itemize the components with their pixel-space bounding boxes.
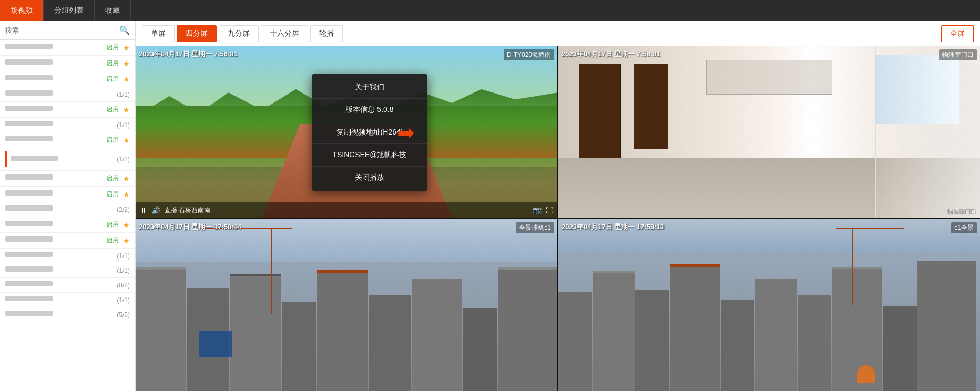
video-grid: 2023年04月17日 星期一 7:56:81 D-TY020海桥南 关于我们版… [136, 46, 980, 391]
sidebar-item-count-14: (1/1) [117, 267, 130, 274]
sidebar-item-count-5: (1/1) [117, 121, 130, 129]
sidebar-item-9[interactable]: ██████启用★ [0, 187, 135, 202]
sidebar-item-star-0[interactable]: ★ [123, 44, 130, 52]
sidebar-item-11[interactable]: ██████启用★ [0, 217, 135, 233]
blurred-name: █ ████ [5, 121, 53, 126]
sidebar-item-status-4: 启用 [106, 105, 119, 114]
carousel-button[interactable]: 轮播 [310, 25, 343, 42]
sidebar-item-13[interactable]: █ ████(1/1) [0, 249, 135, 263]
video-cell-4[interactable]: 2023年04月17日 星期一 17:58:13 c1全景 [558, 219, 980, 391]
sidebar-item-star-9[interactable]: ★ [123, 190, 130, 199]
sidebar-item-star-11[interactable]: ★ [123, 221, 130, 229]
sidebar-item-name-10: █ ████ [5, 205, 117, 213]
search-bar: 🔍 [0, 21, 135, 40]
blurred-name: █ ████ [11, 156, 58, 161]
sidebar-item-name-4: ██████ [5, 106, 106, 114]
sidebar-item-star-2[interactable]: ★ [123, 75, 130, 84]
sidebar-list: ██████启用★██████启用★██████启用★█ ████(1/1)██… [0, 40, 135, 391]
sidebar-item-2[interactable]: ██████启用★ [0, 71, 135, 87]
sidebar: 🔍 ██████启用★██████启用★██████启用★█ ████(1/1)… [0, 21, 136, 391]
sidebar-item-status-11: 启用 [106, 220, 119, 229]
tab-group[interactable]: 分组列表 [44, 0, 95, 21]
sidebar-item-0[interactable]: ██████启用★ [0, 40, 135, 56]
video-controls-1[interactable]: ⏸ 🔊 直播 石桥西南南 📷 ⛶ [136, 202, 557, 218]
blurred-name: ██████ [5, 44, 53, 49]
sidebar-item-star-6[interactable]: ★ [123, 136, 130, 145]
sidebar-item-name-15: ██████ [5, 281, 117, 289]
top-nav: 场视频 分组列表 收藏 [0, 0, 980, 21]
blurred-name: █ ████ [5, 252, 53, 257]
sidebar-item-5[interactable]: █ ████(1/1) [0, 118, 135, 132]
camera-icon[interactable]: 📷 [533, 206, 542, 214]
sidebar-item-name-9: ██████ [5, 190, 106, 198]
sidebar-indicator [5, 151, 7, 167]
tab-live[interactable]: 场视频 [0, 0, 44, 21]
blurred-name: ██████ [5, 236, 53, 242]
live-badge: 直播 石桥西南南 [165, 206, 528, 215]
blurred-name: █ ████ [5, 205, 53, 211]
sidebar-item-17[interactable]: ██████(5/5) [0, 307, 135, 322]
sidebar-item-count-13: (1/1) [117, 252, 130, 260]
single-screen-button[interactable]: 单屏 [142, 25, 175, 42]
sidebar-item-4[interactable]: ██████启用★ [0, 102, 135, 118]
sixteen-screen-button[interactable]: 十六分屏 [261, 25, 308, 42]
blurred-name: ██████ [5, 190, 53, 196]
corridor-bottom-label: 物理室门口 [947, 207, 976, 215]
context-menu-item-1[interactable]: 版本信息 5.0.8 [312, 99, 427, 121]
sidebar-item-16[interactable]: █ ████(1/1) [0, 293, 135, 307]
sidebar-item-1[interactable]: ██████启用★ [0, 56, 135, 71]
video-controls-right: 📷 ⛶ [533, 206, 553, 214]
tab-favorites[interactable]: 收藏 [95, 0, 131, 21]
pause-icon[interactable]: ⏸ [140, 206, 147, 214]
sidebar-item-15[interactable]: ██████(8/8) [0, 278, 135, 293]
blurred-name: ██████ [5, 106, 53, 111]
blurred-name: █ ████ [5, 90, 53, 96]
sidebar-item-name-1: ██████ [5, 59, 106, 67]
sidebar-item-star-8[interactable]: ★ [123, 174, 130, 183]
sidebar-item-name-3: █ ████ [5, 90, 117, 98]
main-layout: 🔍 ██████启用★██████启用★██████启用★█ ████(1/1)… [0, 21, 980, 391]
sidebar-item-star-4[interactable]: ★ [123, 106, 130, 114]
context-menu-item-0[interactable]: 关于我们 [312, 76, 427, 99]
sidebar-item-14[interactable]: █ ████(1/1) [0, 263, 135, 278]
sidebar-item-name-6: █ ████ [5, 136, 106, 144]
sidebar-item-8[interactable]: ██████启用★ [0, 171, 135, 187]
video-cell-1[interactable]: 2023年04月17日 星期一 7:56:81 D-TY020海桥南 关于我们版… [136, 46, 557, 218]
sidebar-item-name-12: ██████ [5, 236, 106, 244]
quad-screen-button[interactable]: 四分屏 [177, 25, 217, 42]
sidebar-item-count-15: (8/8) [117, 282, 130, 289]
sidebar-item-name-8: ██████ [5, 174, 106, 182]
video-cell-2[interactable]: 2023年04月17日 星期一 7:56:81 物理室门口 物理室门口 [558, 46, 980, 218]
context-menu-item-4[interactable]: 关闭播放 [312, 167, 427, 189]
sidebar-item-count-16: (1/1) [117, 296, 130, 304]
blurred-name: ██████ [5, 174, 53, 180]
sidebar-item-10[interactable]: █ ████(2/2) [0, 202, 135, 217]
sidebar-item-star-1[interactable]: ★ [123, 59, 130, 68]
sidebar-item-status-2: 启用 [106, 75, 119, 84]
sidebar-item-status-8: 启用 [106, 174, 119, 183]
video-cell-3[interactable]: 2023年04月17日 星期一 17:58:14 全景球机c1 [136, 219, 557, 391]
sidebar-item-status-12: 启用 [106, 236, 119, 245]
sidebar-item-star-12[interactable]: ★ [123, 236, 130, 245]
blurred-name: ██████ [5, 59, 53, 65]
sidebar-item-name-7: █ ████ [11, 156, 117, 163]
sidebar-item-12[interactable]: ██████启用★ [0, 233, 135, 249]
sidebar-item-7[interactable]: █ ████(1/1) [0, 148, 135, 171]
sidebar-item-3[interactable]: █ ████(1/1) [0, 87, 135, 102]
sidebar-item-name-11: ██████ [5, 221, 106, 229]
fullscreen-button[interactable]: 全屏 [941, 25, 974, 42]
nine-screen-button[interactable]: 九分屏 [219, 25, 259, 42]
search-input[interactable] [5, 26, 119, 34]
expand-icon[interactable]: ⛶ [546, 206, 553, 214]
context-menu-item-3[interactable]: TSINGSEE@旭帆科技 [312, 144, 427, 167]
sidebar-item-6[interactable]: █ ████启用★ [0, 132, 135, 148]
blurred-name: ██████ [5, 75, 53, 80]
content-area: 单屏 四分屏 九分屏 十六分屏 轮播 全屏 [136, 21, 980, 391]
sidebar-item-name-13: █ ████ [5, 252, 117, 260]
sidebar-item-name-14: █ ████ [5, 266, 117, 274]
sidebar-item-name-0: ██████ [5, 44, 106, 52]
sidebar-item-status-0: 启用 [106, 43, 119, 52]
volume-icon[interactable]: 🔊 [151, 206, 160, 214]
sidebar-item-count-3: (1/1) [117, 91, 130, 98]
context-menu-item-2[interactable]: 复制视频地址(H264) [312, 121, 427, 144]
